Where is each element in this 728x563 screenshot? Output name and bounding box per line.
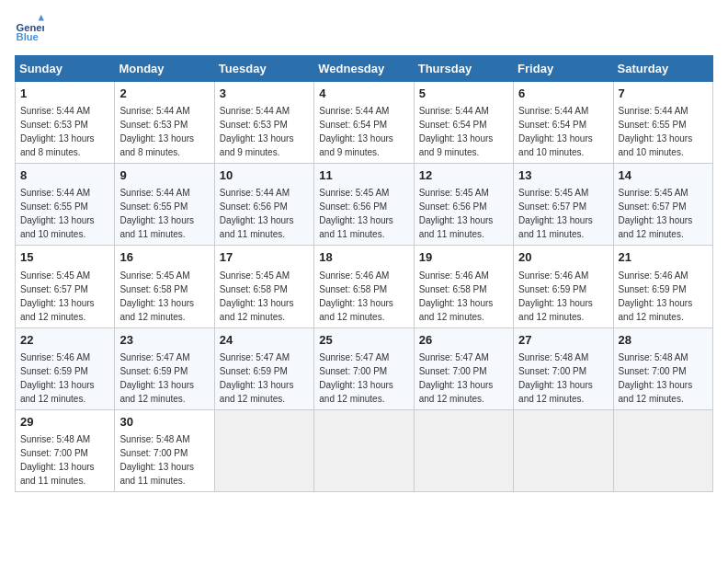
svg-marker-2 [39,15,44,20]
calendar-cell: 23 Sunrise: 5:47 AMSunset: 6:59 PMDaylig… [115,327,214,409]
day-number: 26 [419,332,508,349]
calendar-cell: 8 Sunrise: 5:44 AMSunset: 6:55 PMDayligh… [16,164,115,246]
day-info: Sunrise: 5:48 AMSunset: 7:00 PMDaylight:… [518,352,593,404]
calendar-cell [514,409,613,491]
day-info: Sunrise: 5:44 AMSunset: 6:54 PMDaylight:… [518,106,593,157]
calendar-header-row: Sunday Monday Tuesday Wednesday Thursday… [16,56,713,82]
day-number: 18 [319,249,408,266]
calendar-cell: 28 Sunrise: 5:48 AMSunset: 7:00 PMDaylig… [613,327,712,409]
calendar-cell: 12 Sunrise: 5:45 AMSunset: 6:56 PMDaylig… [414,164,513,246]
day-number: 6 [518,86,608,102]
calendar-cell: 10 Sunrise: 5:44 AMSunset: 6:56 PMDaylig… [214,164,313,246]
day-number: 17 [220,249,309,266]
col-wednesday: Wednesday [314,56,414,82]
day-number: 13 [518,167,608,184]
day-info: Sunrise: 5:44 AMSunset: 6:54 PMDaylight:… [419,106,494,157]
calendar-cell: 16 Sunrise: 5:45 AMSunset: 6:58 PMDaylig… [115,246,214,327]
calendar-cell: 22 Sunrise: 5:46 AMSunset: 6:59 PMDaylig… [16,327,115,409]
svg-text:Blue: Blue [17,31,39,42]
day-info: Sunrise: 5:45 AMSunset: 6:57 PMDaylight:… [20,270,95,322]
day-info: Sunrise: 5:45 AMSunset: 6:58 PMDaylight:… [220,270,294,322]
calendar-cell: 9 Sunrise: 5:44 AMSunset: 6:55 PMDayligh… [115,164,214,246]
col-thursday: Thursday [414,56,513,82]
calendar-row: 8 Sunrise: 5:44 AMSunset: 6:55 PMDayligh… [16,164,713,246]
day-info: Sunrise: 5:48 AMSunset: 7:00 PMDaylight:… [619,352,693,404]
day-info: Sunrise: 5:44 AMSunset: 6:54 PMDaylight:… [319,106,393,157]
calendar-cell: 6 Sunrise: 5:44 AMSunset: 6:54 PMDayligh… [514,82,613,164]
day-number: 29 [20,414,109,431]
calendar-cell: 3 Sunrise: 5:44 AMSunset: 6:53 PMDayligh… [214,82,313,164]
col-monday: Monday [115,56,214,82]
col-saturday: Saturday [613,56,712,82]
calendar-cell: 13 Sunrise: 5:45 AMSunset: 6:57 PMDaylig… [514,164,613,246]
day-number: 11 [319,167,408,184]
calendar-cell: 29 Sunrise: 5:48 AMSunset: 7:00 PMDaylig… [16,409,115,491]
day-info: Sunrise: 5:46 AMSunset: 6:58 PMDaylight:… [319,270,393,322]
day-number: 14 [619,167,708,184]
col-sunday: Sunday [16,56,115,82]
day-info: Sunrise: 5:46 AMSunset: 6:58 PMDaylight:… [419,270,494,322]
calendar-row: 1 Sunrise: 5:44 AMSunset: 6:53 PMDayligh… [16,82,713,164]
day-info: Sunrise: 5:47 AMSunset: 6:59 PMDaylight:… [119,352,194,404]
day-number: 12 [419,167,508,184]
day-info: Sunrise: 5:47 AMSunset: 6:59 PMDaylight:… [220,352,294,404]
day-number: 2 [119,86,209,102]
calendar-cell [214,409,313,491]
calendar-cell: 5 Sunrise: 5:44 AMSunset: 6:54 PMDayligh… [414,82,513,164]
day-number: 23 [119,332,209,349]
calendar-cell: 20 Sunrise: 5:46 AMSunset: 6:59 PMDaylig… [514,246,613,327]
day-info: Sunrise: 5:45 AMSunset: 6:57 PMDaylight:… [518,188,593,239]
calendar-cell: 21 Sunrise: 5:46 AMSunset: 6:59 PMDaylig… [613,246,712,327]
calendar-cell: 1 Sunrise: 5:44 AMSunset: 6:53 PMDayligh… [16,82,115,164]
day-number: 19 [419,249,508,266]
calendar-cell: 26 Sunrise: 5:47 AMSunset: 7:00 PMDaylig… [414,327,513,409]
day-info: Sunrise: 5:44 AMSunset: 6:55 PMDaylight:… [119,188,194,239]
logo: General Blue [15,15,44,44]
day-number: 7 [619,86,708,102]
day-info: Sunrise: 5:44 AMSunset: 6:53 PMDaylight:… [20,106,95,157]
day-info: Sunrise: 5:46 AMSunset: 6:59 PMDaylight:… [518,270,593,322]
day-number: 10 [220,167,309,184]
calendar-cell: 25 Sunrise: 5:47 AMSunset: 7:00 PMDaylig… [314,327,414,409]
calendar-cell: 2 Sunrise: 5:44 AMSunset: 6:53 PMDayligh… [115,82,214,164]
day-number: 20 [518,249,608,266]
calendar-cell: 7 Sunrise: 5:44 AMSunset: 6:55 PMDayligh… [613,82,712,164]
day-info: Sunrise: 5:48 AMSunset: 7:00 PMDaylight:… [119,434,194,486]
calendar-cell: 11 Sunrise: 5:45 AMSunset: 6:56 PMDaylig… [314,164,414,246]
logo-icon: General Blue [15,15,44,44]
calendar-cell: 4 Sunrise: 5:44 AMSunset: 6:54 PMDayligh… [314,82,414,164]
day-info: Sunrise: 5:47 AMSunset: 7:00 PMDaylight:… [319,352,393,404]
day-info: Sunrise: 5:45 AMSunset: 6:56 PMDaylight:… [419,188,494,239]
day-info: Sunrise: 5:45 AMSunset: 6:57 PMDaylight:… [619,188,693,239]
day-info: Sunrise: 5:44 AMSunset: 6:55 PMDaylight:… [619,106,693,157]
calendar-cell [414,409,513,491]
day-info: Sunrise: 5:44 AMSunset: 6:53 PMDaylight:… [220,106,294,157]
day-info: Sunrise: 5:47 AMSunset: 7:00 PMDaylight:… [419,352,494,404]
calendar-cell: 24 Sunrise: 5:47 AMSunset: 6:59 PMDaylig… [214,327,313,409]
day-number: 28 [619,332,708,349]
calendar-table: Sunday Monday Tuesday Wednesday Thursday… [15,55,713,492]
day-number: 27 [518,332,608,349]
calendar-cell: 18 Sunrise: 5:46 AMSunset: 6:58 PMDaylig… [314,246,414,327]
calendar-cell: 14 Sunrise: 5:45 AMSunset: 6:57 PMDaylig… [613,164,712,246]
day-number: 1 [20,86,109,102]
day-number: 8 [20,167,109,184]
day-number: 22 [20,332,109,349]
day-number: 21 [619,249,708,266]
col-friday: Friday [514,56,613,82]
day-number: 30 [119,414,209,431]
day-info: Sunrise: 5:44 AMSunset: 6:56 PMDaylight:… [220,188,294,239]
day-number: 9 [119,167,209,184]
day-info: Sunrise: 5:45 AMSunset: 6:56 PMDaylight:… [319,188,393,239]
calendar-cell [613,409,712,491]
calendar-cell: 30 Sunrise: 5:48 AMSunset: 7:00 PMDaylig… [115,409,214,491]
page-header: General Blue [15,15,713,44]
day-number: 5 [419,86,508,102]
day-number: 24 [220,332,309,349]
day-number: 3 [220,86,309,102]
day-info: Sunrise: 5:45 AMSunset: 6:58 PMDaylight:… [119,270,194,322]
day-number: 16 [119,249,209,266]
day-info: Sunrise: 5:48 AMSunset: 7:00 PMDaylight:… [20,434,95,486]
calendar-cell: 17 Sunrise: 5:45 AMSunset: 6:58 PMDaylig… [214,246,313,327]
calendar-cell: 19 Sunrise: 5:46 AMSunset: 6:58 PMDaylig… [414,246,513,327]
